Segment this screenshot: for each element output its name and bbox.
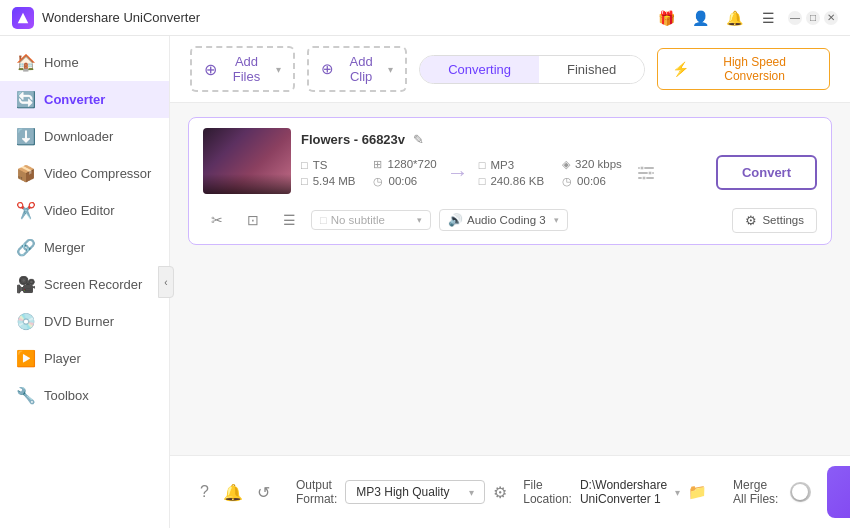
sidebar-item-toolbox[interactable]: 🔧 Toolbox [0,377,169,414]
bell-icon[interactable]: 🔔 [720,4,748,32]
app-logo [12,7,34,29]
output-format-group: Output Format: MP3 High Quality ▾ ⚙ [296,478,507,506]
sidebar-collapse-button[interactable]: ‹ [158,266,174,298]
converter-icon: 🔄 [16,90,34,109]
tab-converting[interactable]: Converting [420,56,539,83]
high-speed-label: High Speed Conversion [694,55,815,83]
editor-icon: ✂️ [16,201,34,220]
downloader-icon: ⬇️ [16,127,34,146]
app-title: Wondershare UniConverter [42,10,652,25]
file-info: Flowers - 66823v ✎ □ TS [301,132,817,190]
sidebar-item-video-compressor[interactable]: 📦 Video Compressor [0,155,169,192]
gift-icon[interactable]: 🎁 [652,4,680,32]
bottom-bar: ? 🔔 ↺ Output Format: MP3 High Quality ▾ … [170,455,850,528]
tabs-container: Converting Finished [419,55,645,84]
dest-settings-icon[interactable] [630,157,662,189]
dest-size: 240.86 KB [490,175,544,187]
dest-bitrate: 320 kbps [575,158,622,170]
close-button[interactable]: ✕ [824,11,838,25]
output-format-label: Output Format: [296,478,337,506]
source-resolution: 1280*720 [387,158,436,170]
toggle-knob [792,484,808,500]
file-location-value: D:\Wondershare UniConverter 1 [580,478,667,506]
dest-dur-icon: ◷ [562,175,572,188]
subtitle-select[interactable]: □ No subtitle ▾ [311,210,431,230]
sidebar-label-compressor: Video Compressor [44,166,151,181]
crop-button[interactable]: ⊡ [239,206,267,234]
feedback-icon[interactable]: ↺ [257,483,270,502]
titlebar: Wondershare UniConverter 🎁 👤 🔔 ☰ — □ ✕ [0,0,850,36]
sidebar-item-player[interactable]: ▶️ Player [0,340,169,377]
dest-info: □ MP3 □ 240.86 KB [479,158,622,188]
add-clip-icon: ⊕ [321,60,334,78]
sidebar-item-merger[interactable]: 🔗 Merger [0,229,169,266]
sidebar-label-toolbox: Toolbox [44,388,89,403]
source-res-item: ⊞ 1280*720 [373,158,436,171]
dest-dur-item: ◷ 00:06 [562,175,622,188]
cut-button[interactable]: ✂ [203,206,231,234]
browse-folder-icon[interactable]: 📁 [688,483,707,501]
output-format-select[interactable]: MP3 High Quality ▾ [345,480,485,504]
source-size-item: □ 5.94 MB [301,175,355,187]
res-icon: ⊞ [373,158,382,171]
titlebar-controls: 🎁 👤 🔔 ☰ — □ ✕ [652,4,838,32]
add-clip-button[interactable]: ⊕ Add Clip ▾ [307,46,407,92]
dest-size-icon: □ [479,175,486,187]
source-duration: 00:06 [388,175,417,187]
start-all-button[interactable]: Start All [827,466,850,518]
sidebar-item-converter[interactable]: 🔄 Converter [0,81,169,118]
add-files-button[interactable]: ⊕ Add Files ▾ [190,46,295,92]
file-location-chevron: ▾ [675,487,680,498]
file-location-label: File Location: [523,478,572,506]
file-card-middle: □ TS □ 5.94 MB [301,155,817,190]
bitrate-icon: ◈ [562,158,570,171]
notification-icon[interactable]: 🔔 [223,483,243,502]
dest-format: MP3 [490,159,514,171]
settings-button[interactable]: ⚙ Settings [732,208,817,233]
subtitle-chevron: ▾ [417,215,422,225]
sidebar-label-merger: Merger [44,240,85,255]
source-res-col: ⊞ 1280*720 ◷ 00:06 [373,158,436,188]
convert-button[interactable]: Convert [716,155,817,190]
player-icon: ▶️ [16,349,34,368]
sidebar: 🏠 Home 🔄 Converter ⬇️ Downloader 📦 Video… [0,36,170,528]
tab-finished[interactable]: Finished [539,56,644,83]
effects-button[interactable]: ☰ [275,206,303,234]
file-location-group: File Location: D:\Wondershare UniConvert… [523,478,707,506]
sidebar-label-home: Home [44,55,79,70]
dest-format-icon: □ [479,159,486,171]
file-card: Flowers - 66823v ✎ □ TS [188,117,832,245]
sidebar-item-home[interactable]: 🏠 Home [0,44,169,81]
user-icon[interactable]: 👤 [686,4,714,32]
high-speed-button[interactable]: ⚡ High Speed Conversion [657,48,830,90]
dest-format-col: □ MP3 □ 240.86 KB [479,159,544,187]
edit-icon[interactable]: ✎ [413,132,424,147]
menu-icon[interactable]: ☰ [754,4,782,32]
audio-chevron: ▾ [554,215,559,225]
dvd-icon: 💿 [16,312,34,331]
sidebar-item-dvd-burner[interactable]: 💿 DVD Burner [0,303,169,340]
sidebar-item-screen-recorder[interactable]: 🎥 Screen Recorder [0,266,169,303]
recorder-icon: 🎥 [16,275,34,294]
sidebar-label-downloader: Downloader [44,129,113,144]
home-icon: 🏠 [16,53,34,72]
compressor-icon: 📦 [16,164,34,183]
output-format-settings-icon[interactable]: ⚙ [493,483,507,502]
audio-select[interactable]: 🔊 Audio Coding 3 ▾ [439,209,568,231]
gear-icon: ⚙ [745,213,757,228]
lightning-icon: ⚡ [672,61,689,77]
thumbnail-overlay [203,174,291,194]
help-icon[interactable]: ? [200,483,209,501]
audio-icon: 🔊 [448,213,463,227]
convert-btn-area: Convert [716,155,817,190]
format-icon: □ [301,159,308,171]
minimize-button[interactable]: — [788,11,802,25]
file-name: Flowers - 66823v [301,132,405,147]
sidebar-label-dvd: DVD Burner [44,314,114,329]
sidebar-item-downloader[interactable]: ⬇️ Downloader [0,118,169,155]
merge-toggle[interactable] [790,482,811,502]
sidebar-item-video-editor[interactable]: ✂️ Video Editor [0,192,169,229]
settings-label: Settings [762,214,804,226]
app-body: 🏠 Home 🔄 Converter ⬇️ Downloader 📦 Video… [0,36,850,528]
maximize-button[interactable]: □ [806,11,820,25]
